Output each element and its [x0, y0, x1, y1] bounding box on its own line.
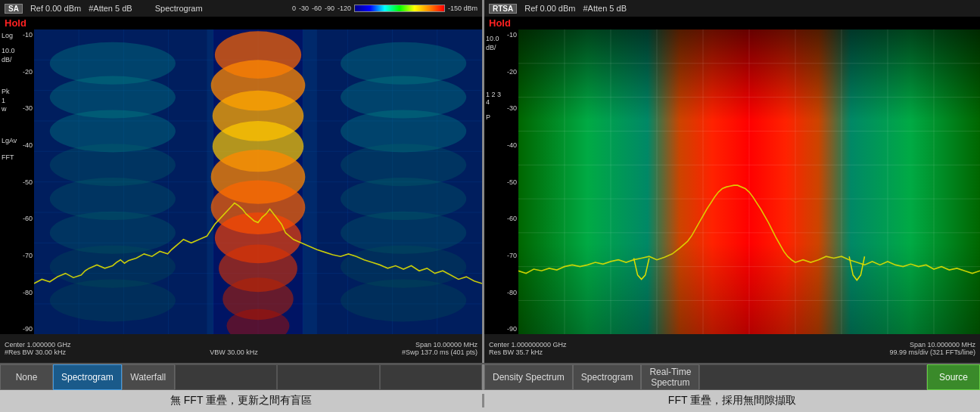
- btn-spectrogram-left[interactable]: Spectrogram: [53, 364, 122, 389]
- svg-point-41: [50, 279, 176, 321]
- right-buttons: Density Spectrum Spectrogram Real-TimeSp…: [484, 364, 980, 389]
- left-panel: SA Ref 0.00 dBm #Atten 5 dB Spectrogram …: [0, 0, 484, 363]
- left-spacer-3: [380, 364, 482, 389]
- left-panel-body: Log 10.0 dB/ Pk 1 w LgAv FFT -10 -20 -30…: [0, 29, 482, 334]
- right-ms-div: 99.99 ms/div (321 FFTs/line): [889, 348, 975, 356]
- btn-spectrogram-right[interactable]: Spectrogram: [573, 364, 642, 389]
- right-side-labels: 10.0 dB/ 1 2 3 4 P: [484, 29, 506, 334]
- right-badge: RTSA: [489, 4, 517, 14]
- right-spectrogram: [518, 29, 980, 334]
- left-title: Spectrogram: [155, 4, 203, 13]
- caption-right: FFT 重疊，採用無間隙擷取: [484, 394, 980, 407]
- left-swp: #Swp 137.0 ms (401 pts): [402, 348, 478, 356]
- panels-row: SA Ref 0.00 dBm #Atten 5 dB Spectrogram …: [0, 0, 980, 363]
- left-spacer-2: [277, 364, 379, 389]
- right-ref: Ref 0.00 dBm: [524, 4, 575, 13]
- right-res-bw: Res BW 35.7 kHz: [489, 348, 543, 356]
- left-side-labels: Log 10.0 dB/ Pk 1 w LgAv FFT: [0, 29, 21, 334]
- left-spectrogram: [34, 29, 482, 334]
- btn-waterfall[interactable]: Waterfall: [122, 364, 175, 389]
- right-panel-header: RTSA Ref 0.00 dBm #Atten 5 dB: [484, 0, 980, 17]
- left-hold-label: Hold: [0, 17, 482, 29]
- left-badge: SA: [5, 4, 23, 14]
- left-panel-header: SA Ref 0.00 dBm #Atten 5 dB Spectrogram …: [0, 0, 482, 17]
- right-span: Span 10.000000 MHz: [910, 341, 975, 348]
- left-span: Span 10.00000 MHz: [415, 341, 478, 348]
- left-res-bw: #Res BW 30.00 kHz: [5, 348, 66, 356]
- left-ref: Ref 0.00 dBm: [30, 4, 81, 13]
- caption-row: 無 FFT 重疊，更新之間有盲區 FFT 重疊，採用無間隙擷取: [0, 390, 980, 412]
- btn-none[interactable]: None: [0, 364, 53, 389]
- right-chart-area: [518, 29, 980, 334]
- btn-density-spectrum[interactable]: Density Spectrum: [484, 364, 573, 389]
- main-container: SA Ref 0.00 dBm #Atten 5 dB Spectrogram …: [0, 0, 980, 412]
- left-spacer-1: [175, 364, 277, 389]
- color-scale: 0 -30 -60 -90 -120 -150 dBm: [292, 5, 478, 12]
- right-panel-body: 10.0 dB/ 1 2 3 4 P -10 -20 -30 -40 -50 -…: [484, 29, 980, 334]
- right-spacer-1: [699, 364, 927, 389]
- left-chart-area: [34, 29, 482, 334]
- svg-point-49: [341, 279, 466, 321]
- btn-source[interactable]: Source: [927, 364, 980, 389]
- left-panel-footer: Center 1.000000 GHz Span 10.00000 MHz #R…: [0, 334, 482, 363]
- buttons-row: None Spectrogram Waterfall Density Spect…: [0, 363, 980, 389]
- left-y-axis: -10 -20 -30 -40 -50 -60 -70 -80 -90: [21, 29, 34, 334]
- right-hold-label: Hold: [484, 17, 980, 29]
- caption-left: 無 FFT 重疊，更新之間有盲區: [0, 394, 484, 407]
- left-center-freq: Center 1.000000 GHz: [5, 341, 71, 348]
- left-atten: #Atten 5 dB: [89, 4, 132, 13]
- right-y-axis: -10 -20 -30 -40 -50 -60 -70 -80 -90: [506, 29, 518, 334]
- right-panel-footer: Center 1.000000000 GHz Span 10.000000 MH…: [484, 334, 980, 363]
- btn-real-time-spectrum[interactable]: Real-TimeSpectrum: [641, 364, 699, 389]
- color-scale-bar: [354, 5, 445, 12]
- right-atten: #Atten 5 dB: [583, 4, 627, 13]
- left-buttons: None Spectrogram Waterfall: [0, 364, 484, 389]
- left-vbw: VBW 30.00 kHz: [210, 348, 258, 356]
- right-panel: RTSA Ref 0.00 dBm #Atten 5 dB Hold 10.0 …: [484, 0, 980, 363]
- right-center-freq: Center 1.000000000 GHz: [489, 341, 567, 348]
